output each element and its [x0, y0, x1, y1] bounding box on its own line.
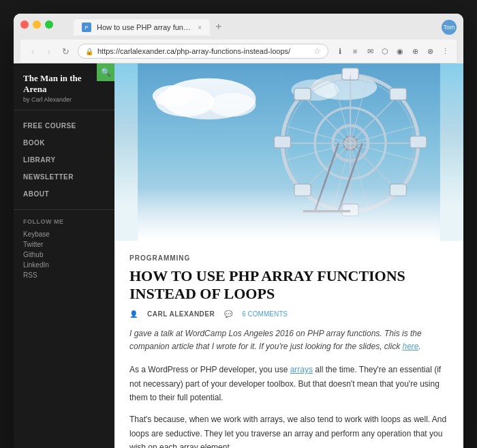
nav-item-about[interactable]: ABOUT: [14, 185, 114, 203]
toolbar-icon-4[interactable]: ⬡: [379, 45, 391, 57]
tab-favicon: P: [82, 23, 91, 32]
user-avatar: Tom: [442, 20, 457, 35]
browser-chrome: P How to use PHP array function… × + Tom…: [14, 14, 463, 63]
search-icon: 🔍: [101, 68, 111, 77]
nav-item-book[interactable]: BOOK: [14, 134, 114, 151]
maximize-button[interactable]: [45, 20, 53, 29]
arrays-link[interactable]: arrays: [290, 365, 313, 374]
active-tab[interactable]: P How to use PHP array function… ×: [74, 19, 210, 35]
new-tab-button[interactable]: +: [211, 20, 226, 33]
main-content: PROGRAMMING HOW TO USE PHP ARRAY FUNCTIO…: [114, 63, 463, 448]
author-name: CARL ALEXANDER: [147, 310, 215, 318]
article-body: As a WordPress or PHP developer, you use…: [129, 363, 448, 448]
site-title: The Man in the Arena: [23, 73, 87, 94]
toolbar-icon-7[interactable]: ⊗: [424, 45, 436, 57]
site-branding: The Man in the Arena by Carl Alexander: [14, 63, 97, 110]
main-nav: FREE COURSE BOOK LIBRARY NEWSLETTER ABOU…: [14, 110, 114, 210]
refresh-button[interactable]: ↻: [59, 44, 72, 58]
social-link-twitter[interactable]: Twitter: [23, 241, 105, 248]
author-icon: 👤: [129, 310, 138, 318]
url-text: https://carlalexander.ca/php-array-funct…: [97, 47, 309, 55]
traffic-lights: [20, 20, 53, 29]
ferris-wheel-svg: [114, 63, 463, 241]
forward-button[interactable]: ›: [42, 44, 56, 58]
comment-icon: 💬: [224, 310, 232, 318]
social-link-linkedin[interactable]: LinkedIn: [23, 261, 105, 269]
browser-toolbar: ‹ › ↻ 🔒 https://carlalexander.ca/php-arr…: [20, 40, 457, 63]
article-area: PROGRAMMING HOW TO USE PHP ARRAY FUNCTIO…: [114, 241, 463, 448]
svg-rect-41: [138, 63, 440, 241]
bookmark-icon[interactable]: ☆: [313, 46, 321, 56]
nav-item-newsletter[interactable]: NEWSLETTER: [14, 168, 114, 185]
social-link-rss[interactable]: RSS: [23, 271, 105, 279]
toolbar-icon-6[interactable]: ⊕: [409, 45, 421, 57]
address-bar[interactable]: 🔒 https://carlalexander.ca/php-array-fun…: [78, 44, 328, 59]
nav-item-free-course[interactable]: FREE COURSE: [14, 117, 114, 134]
back-button[interactable]: ‹: [26, 44, 40, 58]
body-paragraph-2: That's because, when we work with arrays…: [129, 413, 448, 448]
secure-icon: 🔒: [85, 48, 93, 55]
article-title: HOW TO USE PHP ARRAY FUNCTIONS INSTEAD O…: [129, 267, 448, 303]
hero-image: [114, 63, 463, 241]
toolbar-icon-5[interactable]: ◉: [394, 45, 406, 57]
toolbar-icon-1[interactable]: ℹ: [334, 45, 346, 57]
nav-item-library[interactable]: LIBRARY: [14, 151, 114, 168]
toolbar-icon-2[interactable]: ≡: [349, 45, 361, 57]
toolbar-icons: ℹ ≡ ✉ ⬡ ◉ ⊕ ⊗ ⋮: [334, 45, 451, 57]
more-button[interactable]: ⋮: [439, 45, 451, 57]
article-meta: 👤 CARL ALEXANDER 💬 6 COMMENTS: [129, 310, 448, 318]
article-category: PROGRAMMING: [129, 254, 448, 262]
social-link-keybase[interactable]: Keybase: [23, 230, 105, 238]
social-link-github[interactable]: Github: [23, 251, 105, 258]
sidebar: The Man in the Arena by Carl Alexander 🔍…: [14, 63, 114, 448]
site-subtitle: by Carl Alexander: [23, 96, 87, 103]
article-intro: I gave a talk at WordCamp Los Angeles 20…: [129, 327, 448, 353]
tab-close-icon[interactable]: ×: [198, 24, 202, 31]
comments-link[interactable]: 6 COMMENTS: [242, 310, 288, 318]
website: The Man in the Arena by Carl Alexander 🔍…: [14, 63, 463, 448]
tab-bar: P How to use PHP array function… × +: [74, 19, 226, 35]
search-button[interactable]: 🔍: [97, 63, 114, 81]
toolbar-icon-3[interactable]: ✉: [364, 45, 376, 57]
social-title: FOLLOW ME: [23, 218, 105, 225]
tab-title: How to use PHP array function…: [97, 23, 192, 31]
minimize-button[interactable]: [33, 20, 41, 29]
browser-window: P How to use PHP array function… × + Tom…: [14, 14, 463, 448]
slides-link[interactable]: here: [402, 342, 418, 351]
nav-buttons: ‹ › ↻: [26, 44, 72, 58]
body-paragraph-1: As a WordPress or PHP developer, you use…: [129, 363, 448, 404]
close-button[interactable]: [20, 20, 29, 29]
social-section: FOLLOW ME Keybase Twitter Github LinkedI…: [14, 210, 114, 290]
sidebar-header: The Man in the Arena by Carl Alexander 🔍: [14, 63, 114, 110]
